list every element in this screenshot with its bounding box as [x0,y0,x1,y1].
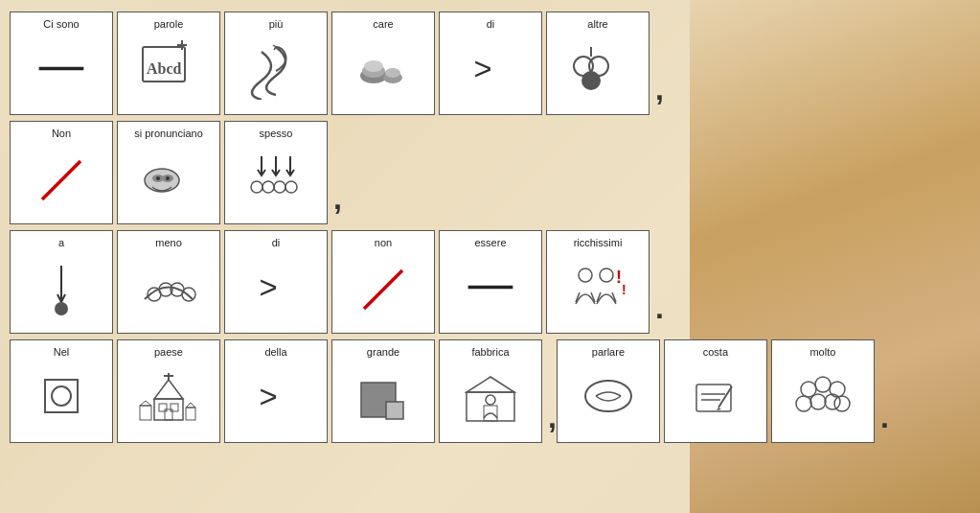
svg-point-26 [274,181,285,193]
card-label: spesso [260,128,293,140]
card-label: a [58,237,64,249]
card-costa: costa [664,339,767,443]
svg-point-76 [825,394,840,409]
svg-text:>: > [260,269,278,305]
svg-point-7 [364,60,383,72]
svg-text:Abcd: Abcd [147,60,182,77]
card-label: costa [703,346,728,359]
card-di-2: di > [224,230,328,334]
card-icon [778,359,868,434]
svg-rect-51 [159,404,167,411]
card-icon [338,359,428,434]
row-4: Nel paese [10,339,680,443]
punctuation-1: , [655,72,664,107]
card-icon [338,249,428,325]
card-label: grande [367,346,399,359]
card-piu: più [224,12,328,115]
card-a: a [10,230,113,334]
punctuation-5: . [880,400,889,435]
card-label: paese [154,346,183,359]
card-icon: > [445,31,536,106]
card-si-pronunciano: si pronunciano [117,121,220,224]
svg-text:>: > [474,51,492,86]
card-icon [16,359,106,434]
card-icon [445,359,536,434]
punctuation-2: , [333,181,342,217]
card-label: altre [587,18,607,31]
card-label: della [264,346,286,359]
svg-line-35 [364,270,402,309]
card-spesso: spesso [224,121,328,224]
svg-point-19 [156,176,160,180]
card-icon [16,140,106,216]
card-ci-sono: Ci sono [10,12,113,115]
card-non: Non [10,121,113,224]
svg-point-33 [182,288,195,301]
svg-text:>: > [260,379,278,414]
card-label: di [487,18,495,31]
card-care: care [331,12,435,115]
svg-point-37 [579,268,592,282]
svg-text:!: ! [622,282,627,297]
svg-rect-56 [186,408,195,420]
card-grande: grande [331,339,435,443]
card-icon [16,31,106,106]
card-label: essere [474,237,506,249]
svg-line-69 [718,386,732,408]
card-label: Non [52,128,71,140]
card-icon [16,249,106,325]
svg-point-46 [52,386,71,406]
card-icon: > [231,249,321,325]
content-area: Ci sono parole Abcd più [0,0,690,513]
svg-marker-55 [140,401,151,406]
card-label: si pronunciano [134,128,203,140]
card-icon: ! ! [553,249,643,325]
svg-marker-48 [154,380,183,399]
row-3: a meno di [10,230,680,334]
card-molto: molto [771,339,875,443]
punctuation-3: . [655,291,664,326]
svg-point-75 [810,394,826,409]
card-icon: Abcd [124,31,214,106]
card-label: Nel [54,346,70,359]
svg-point-25 [262,181,274,193]
card-nel: Nel [10,339,113,443]
card-icon [124,249,214,325]
svg-point-9 [385,68,400,78]
svg-rect-66 [696,385,731,411]
card-icon [553,31,643,106]
svg-line-15 [42,161,80,199]
card-label: care [373,18,393,31]
card-icon [563,359,653,434]
card-icon [231,140,321,216]
card-della: della > [224,339,328,443]
svg-rect-45 [45,380,78,412]
svg-rect-60 [386,402,403,419]
card-parole: parole Abcd [117,12,220,115]
card-label: più [269,18,284,31]
card-icon [338,31,428,106]
svg-rect-52 [171,404,178,411]
card-label: parole [154,18,184,31]
svg-point-72 [815,377,831,392]
svg-marker-70 [717,408,721,410]
card-icon: > [231,359,321,434]
card-label: fabbrica [471,346,509,359]
svg-point-20 [166,176,170,180]
card-di: di > [439,12,542,115]
card-ricchissimi: ricchissimi ! ! [546,230,650,334]
svg-point-29 [55,302,68,315]
svg-point-64 [486,395,495,405]
card-paese: paese [117,339,220,443]
card-icon [124,140,214,216]
card-icon [671,359,761,434]
svg-point-24 [251,181,262,193]
card-meno: meno [117,230,220,334]
card-icon [231,31,321,106]
card-non-2: non [331,230,435,334]
card-fabbrica: fabbrica [439,339,542,443]
card-label: di [272,237,281,249]
card-label: parlare [592,346,625,359]
svg-point-40 [600,268,613,282]
card-essere: essere [439,230,542,334]
